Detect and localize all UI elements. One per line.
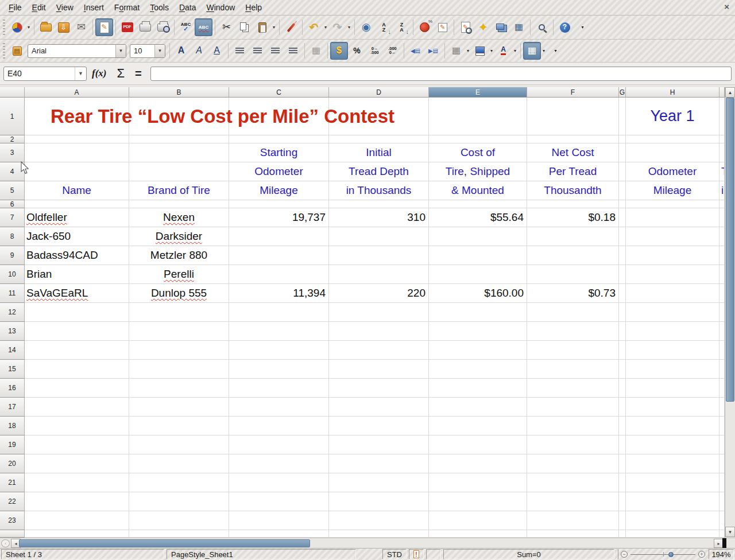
cell-F13[interactable] bbox=[527, 322, 619, 341]
redo-dropdown-icon[interactable]: ▾ bbox=[346, 25, 352, 30]
cell-F16[interactable] bbox=[527, 379, 619, 398]
formula-input[interactable] bbox=[150, 67, 732, 81]
percent-format-icon[interactable]: % bbox=[348, 42, 366, 60]
hyperlink-icon[interactable]: ◉ bbox=[357, 18, 375, 36]
cell-E12[interactable] bbox=[429, 303, 527, 322]
cell-C9[interactable] bbox=[229, 246, 329, 265]
cell-C8[interactable] bbox=[229, 227, 329, 246]
align-center-icon[interactable] bbox=[249, 42, 266, 60]
font-size-combo[interactable]: 10▼ bbox=[130, 44, 165, 58]
cell-B23[interactable] bbox=[129, 511, 229, 530]
cell-D11[interactable]: 220 bbox=[329, 284, 429, 303]
scrollbar-split-handle[interactable] bbox=[722, 538, 726, 548]
cell-F[interactable] bbox=[527, 530, 619, 538]
cell-H5[interactable]: Mileage bbox=[626, 181, 719, 200]
cell-C19[interactable] bbox=[229, 435, 329, 454]
cell-D6[interactable] bbox=[329, 200, 429, 208]
font-name-combo[interactable]: Arial▼ bbox=[28, 44, 126, 58]
cell-D3[interactable]: Initial bbox=[329, 143, 429, 162]
align-left-icon[interactable] bbox=[231, 42, 249, 60]
first-sheet-icon[interactable]: ‹ bbox=[1, 539, 10, 547]
cell-A13[interactable] bbox=[25, 322, 129, 341]
cell-E7[interactable]: $55.64 bbox=[429, 208, 527, 227]
cell-G4[interactable] bbox=[619, 162, 626, 181]
cell-E9[interactable] bbox=[429, 246, 527, 265]
cell-G[interactable] bbox=[619, 530, 626, 538]
cell-X22[interactable] bbox=[719, 492, 725, 511]
cell-H6[interactable] bbox=[626, 200, 719, 208]
copy-icon[interactable] bbox=[235, 18, 253, 36]
cell-E14[interactable] bbox=[429, 341, 527, 360]
row-header-20[interactable]: 20 bbox=[0, 454, 25, 473]
cell-E5[interactable]: & Mounted bbox=[429, 181, 527, 200]
page-style-indicator[interactable]: PageStyle_Sheet1 bbox=[167, 549, 356, 559]
cell-G7[interactable] bbox=[619, 208, 626, 227]
cell-B15[interactable] bbox=[129, 360, 229, 379]
cell-H23[interactable] bbox=[626, 511, 719, 530]
zoom-in-icon[interactable]: + bbox=[698, 551, 705, 558]
row-header-15[interactable]: 15 bbox=[0, 360, 25, 379]
cell-F9[interactable] bbox=[527, 246, 619, 265]
menu-edit[interactable]: Edit bbox=[27, 1, 51, 14]
zoom-slider-thumb[interactable] bbox=[668, 552, 674, 557]
edit-file-icon[interactable]: ✎ bbox=[95, 18, 113, 36]
cell-D7[interactable]: 310 bbox=[329, 208, 429, 227]
zoom-percent[interactable]: 194% bbox=[709, 549, 734, 559]
cell-X17[interactable] bbox=[719, 398, 725, 417]
menu-insert[interactable]: Insert bbox=[79, 1, 109, 14]
cell-A2[interactable] bbox=[25, 135, 129, 143]
row-header-partial[interactable] bbox=[0, 530, 25, 538]
clone-formatting-icon[interactable] bbox=[282, 18, 300, 36]
cell-H9[interactable] bbox=[626, 246, 719, 265]
background-color-dropdown-icon[interactable]: ▾ bbox=[489, 48, 494, 53]
vertical-scroll-thumb[interactable] bbox=[726, 98, 734, 402]
cell-D12[interactable] bbox=[329, 303, 429, 322]
italic-icon[interactable]: A bbox=[190, 42, 208, 60]
menu-format[interactable]: Format bbox=[109, 1, 145, 14]
cell-H8[interactable] bbox=[626, 227, 719, 246]
new-document-dropdown-icon[interactable]: ▾ bbox=[26, 25, 32, 30]
cell-B4[interactable] bbox=[129, 162, 229, 181]
cell-X18[interactable] bbox=[719, 417, 725, 435]
cell-C20[interactable] bbox=[229, 454, 329, 473]
cell-D[interactable] bbox=[329, 530, 429, 538]
cell-B[interactable] bbox=[129, 530, 229, 538]
cell-C6[interactable] bbox=[229, 200, 329, 208]
modified-indicator[interactable]: ! bbox=[409, 549, 424, 559]
cell-A17[interactable] bbox=[25, 398, 129, 417]
cell-X9[interactable] bbox=[719, 246, 725, 265]
cell-X16[interactable] bbox=[719, 379, 725, 398]
menu-help[interactable]: Help bbox=[240, 1, 267, 14]
menu-data[interactable]: Data bbox=[174, 1, 202, 14]
cell-X11[interactable] bbox=[719, 284, 725, 303]
cell-A15[interactable] bbox=[25, 360, 129, 379]
align-justify-icon[interactable] bbox=[284, 42, 302, 60]
cell-E22[interactable] bbox=[429, 492, 527, 511]
toolbar-options-arrow-2[interactable]: ▾ bbox=[547, 42, 564, 60]
cell-F21[interactable] bbox=[527, 473, 619, 492]
column-header-F[interactable]: F bbox=[527, 87, 619, 98]
font-color-dropdown-icon[interactable]: ▾ bbox=[512, 48, 518, 53]
cell-D14[interactable] bbox=[329, 341, 429, 360]
toolbar-drag-handle[interactable] bbox=[3, 20, 5, 36]
cell-F19[interactable] bbox=[527, 435, 619, 454]
page-preview-icon[interactable] bbox=[154, 18, 172, 36]
cell-E23[interactable] bbox=[429, 511, 527, 530]
cell-G12[interactable] bbox=[619, 303, 626, 322]
email-icon[interactable]: ✉ bbox=[72, 18, 90, 36]
row-header-2[interactable]: 2 bbox=[0, 135, 25, 143]
cell-E15[interactable] bbox=[429, 360, 527, 379]
row-header-10[interactable]: 10 bbox=[0, 265, 25, 284]
sort-ascending-icon[interactable]: A Z bbox=[375, 18, 393, 36]
cell-D13[interactable] bbox=[329, 322, 429, 341]
cell-G14[interactable] bbox=[619, 341, 626, 360]
cell-X[interactable] bbox=[719, 530, 725, 538]
cell-F5[interactable]: Thousandth bbox=[527, 181, 619, 200]
cell-E4[interactable]: Tire, Shipped bbox=[429, 162, 527, 181]
cell-C13[interactable] bbox=[229, 322, 329, 341]
column-header-D[interactable]: D bbox=[329, 87, 429, 98]
horizontal-scroll-thumb[interactable] bbox=[19, 539, 310, 547]
cell-B19[interactable] bbox=[129, 435, 229, 454]
cell-E13[interactable] bbox=[429, 322, 527, 341]
underline-icon[interactable]: A bbox=[208, 42, 226, 60]
